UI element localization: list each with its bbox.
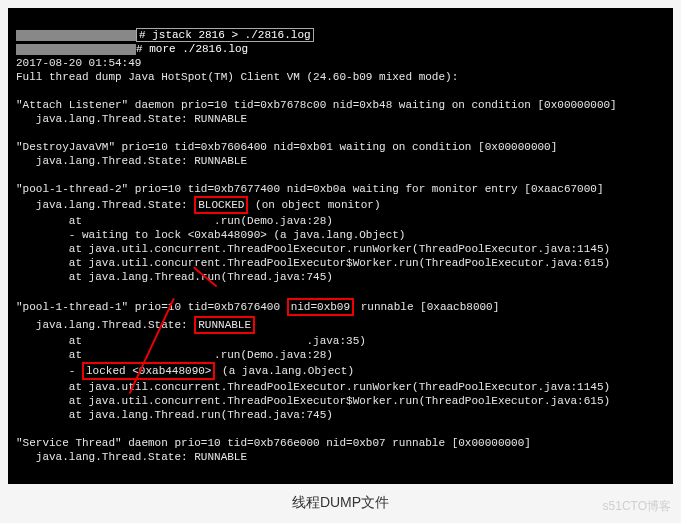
service-thread-line: "Service Thread" daemon prio=10 tid=0xb7… <box>16 437 531 449</box>
pool1-stack-3: at java.util.concurrent.ThreadPoolExecut… <box>16 381 610 393</box>
command-more: # more ./2816.log <box>136 43 248 55</box>
destroy-javavm-state: java.lang.Thread.State: RUNNABLE <box>16 155 247 167</box>
pool1-stack-2: at .run(Demo.java:28) <box>16 349 333 361</box>
service-thread-state: java.lang.Thread.State: RUNNABLE <box>16 451 247 463</box>
destroy-javavm-line: "DestroyJavaVM" prio=10 tid=0xb7606400 n… <box>16 141 557 153</box>
pool2-stack-2: at java.util.concurrent.ThreadPoolExecut… <box>16 243 610 255</box>
command-jstack: # jstack 2816 > ./2816.log <box>136 28 314 42</box>
prompt-line-2: # more ./2816.log <box>16 43 248 55</box>
pool1-stack-4: at java.util.concurrent.ThreadPoolExecut… <box>16 395 610 407</box>
pool2-stack-3: at java.util.concurrent.ThreadPoolExecut… <box>16 257 610 269</box>
pool1-stack-5: at java.lang.Thread.run(Thread.java:745) <box>16 409 333 421</box>
attach-listener-line: "Attach Listener" daemon prio=10 tid=0xb… <box>16 99 617 111</box>
pool1-state-line: java.lang.Thread.State: RUNNABLE <box>16 319 255 331</box>
locked-highlight: locked <0xab448090> <box>82 362 215 380</box>
watermark-text: s51CTO博客 <box>603 498 671 515</box>
pool1-locked-line: - locked <0xab448090> (a java.lang.Objec… <box>16 365 354 377</box>
redacted-block <box>16 30 136 41</box>
runnable-highlight: RUNNABLE <box>194 316 255 334</box>
blocked-highlight: BLOCKED <box>194 196 248 214</box>
pool2-header: "pool-1-thread-2" prio=10 tid=0xb7677400… <box>16 183 604 195</box>
caption-text: 线程DUMP文件 <box>0 484 681 522</box>
pool2-stack-1: at .run(Demo.java:28) <box>16 215 333 227</box>
pool2-stack-4: at java.lang.Thread.run(Thread.java:745) <box>16 271 333 283</box>
attach-listener-state: java.lang.Thread.State: RUNNABLE <box>16 113 247 125</box>
pool1-header: "pool-1-thread-1" prio=10 tid=0xb7676400… <box>16 301 499 313</box>
terminal-output: # jstack 2816 > ./2816.log # more ./2816… <box>8 8 673 484</box>
pool2-waiting-lock: - waiting to lock <0xab448090> (a java.l… <box>16 229 405 241</box>
nid-highlight: nid=0xb09 <box>287 298 354 316</box>
redacted-block <box>16 44 136 55</box>
pool2-state-line: java.lang.Thread.State: BLOCKED (on obje… <box>16 199 380 211</box>
pool1-stack-1: at .java:35) <box>16 335 366 347</box>
dump-header: Full thread dump Java HotSpot(TM) Client… <box>16 71 458 83</box>
timestamp: 2017-08-20 01:54:49 <box>16 57 141 69</box>
prompt-line-1: # jstack 2816 > ./2816.log <box>16 29 314 41</box>
